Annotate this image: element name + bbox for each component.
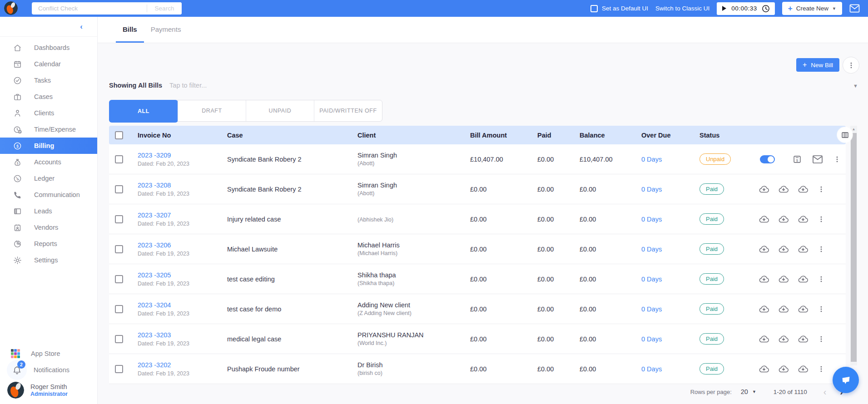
cloud-download-icon[interactable] (798, 274, 808, 285)
filter-expand-caret-icon[interactable]: ▼ (853, 83, 858, 89)
cloud-download-icon[interactable] (798, 214, 808, 225)
sidebar-item-tasks[interactable]: Tasks (0, 72, 97, 89)
user-profile[interactable]: Roger Smith Administrator (0, 378, 97, 401)
more-options-icon[interactable] (817, 245, 825, 253)
overdue-days-link[interactable]: 0 Days (641, 365, 662, 373)
app-logo-icon[interactable] (4, 1, 18, 15)
invoice-number-link[interactable]: 2023 -3203 (138, 331, 171, 339)
more-options-icon[interactable] (817, 335, 825, 343)
sidebar-item-settings[interactable]: Settings (0, 252, 97, 268)
row-checkbox[interactable] (115, 155, 123, 163)
timer-widget[interactable]: 00:00:33 (717, 2, 775, 15)
invoice-doc-icon[interactable]: $ (792, 154, 802, 164)
cloud-download-icon[interactable] (759, 274, 769, 285)
cloud-download-icon[interactable] (759, 184, 769, 195)
play-icon[interactable] (722, 5, 727, 11)
cloud-download-icon[interactable] (778, 364, 789, 374)
cloud-download-icon[interactable] (798, 304, 808, 315)
previous-page-button[interactable]: ‹ (823, 387, 827, 396)
invoice-number-link[interactable]: 2023 -3205 (138, 271, 171, 279)
cloud-download-icon[interactable] (778, 184, 789, 195)
filter-tab-all[interactable]: ALL (109, 100, 178, 123)
rows-per-page-select[interactable]: 20 ▼ (741, 388, 756, 395)
sidebar-item-vendors[interactable]: Vendors (0, 219, 97, 236)
row-checkbox[interactable] (115, 215, 123, 223)
tab-bills[interactable]: Bills (116, 17, 144, 43)
invoice-number-link[interactable]: 2023 -3208 (138, 182, 171, 189)
sidebar-item-dashboards[interactable]: Dashboards (0, 39, 97, 56)
sidebar-item-billing[interactable]: $Billing (0, 138, 97, 154)
set-default-ui-toggle[interactable]: Set as Default UI (590, 5, 648, 12)
more-options-icon[interactable] (817, 185, 825, 193)
search-button[interactable]: Search (147, 2, 182, 15)
overdue-days-link[interactable]: 0 Days (641, 276, 662, 283)
sidebar-item-notifications[interactable]: 2 Notifications (0, 362, 97, 378)
vertical-scrollbar[interactable]: ▲ (850, 126, 857, 365)
filter-tab-unpaid[interactable]: UNPAID (246, 100, 314, 121)
cloud-download-icon[interactable] (778, 244, 789, 255)
conflict-check-input[interactable] (32, 5, 147, 12)
overdue-days-link[interactable]: 0 Days (641, 216, 662, 223)
more-options-icon[interactable] (817, 305, 825, 313)
more-options-icon[interactable] (817, 365, 825, 373)
select-all-checkbox[interactable] (115, 131, 123, 139)
row-checkbox[interactable] (115, 365, 123, 373)
column-settings-button[interactable] (837, 127, 853, 143)
sidebar-item-clients[interactable]: Clients (0, 105, 97, 121)
mail-icon[interactable] (849, 4, 860, 13)
row-checkbox[interactable] (115, 185, 123, 193)
chat-widget-button[interactable] (833, 367, 859, 393)
sidebar-item-accounts[interactable]: $Accounts (0, 154, 97, 170)
set-default-ui-checkbox[interactable] (590, 5, 598, 12)
page-more-options-button[interactable] (843, 57, 859, 74)
cloud-download-icon[interactable] (778, 214, 789, 225)
cloud-download-icon[interactable] (778, 304, 789, 315)
overdue-days-link[interactable]: 0 Days (641, 305, 662, 313)
cloud-download-icon[interactable] (798, 364, 808, 374)
overdue-days-link[interactable]: 0 Days (641, 246, 662, 253)
overdue-days-link[interactable]: 0 Days (641, 186, 662, 193)
invoice-number-link[interactable]: 2023 -3207 (138, 212, 171, 219)
cloud-download-icon[interactable] (798, 334, 808, 345)
cloud-download-icon[interactable] (759, 214, 769, 225)
sidebar-item-app-store[interactable]: App Store (0, 345, 97, 362)
sidebar-item-ledger[interactable]: $Ledger (0, 170, 97, 187)
sidebar-item-cases[interactable]: Cases (0, 89, 97, 105)
cloud-download-icon[interactable] (759, 334, 769, 345)
sidebar-item-calendar[interactable]: Calendar (0, 56, 97, 72)
cloud-download-icon[interactable] (778, 274, 789, 285)
invoice-number-link[interactable]: 2023 -3204 (138, 301, 171, 309)
paid-status-toggle[interactable] (760, 155, 775, 163)
scrollbar-thumb[interactable] (851, 133, 857, 362)
cloud-download-icon[interactable] (778, 334, 789, 345)
filter-tab-paid-written-off[interactable]: PAID/WRITTEN OFF (314, 100, 382, 121)
new-bill-button[interactable]: + New Bill (796, 58, 839, 72)
cloud-download-icon[interactable] (759, 244, 769, 255)
switch-to-classic-link[interactable]: Switch to Classic UI (655, 5, 709, 12)
sidebar-item-time-expense[interactable]: $Time/Expense (0, 121, 97, 138)
tab-payments[interactable]: Payments (144, 17, 188, 43)
send-mail-icon[interactable] (812, 155, 823, 164)
cloud-download-icon[interactable] (798, 184, 808, 195)
overdue-days-link[interactable]: 0 Days (641, 156, 662, 163)
row-checkbox[interactable] (115, 245, 123, 253)
overdue-days-link[interactable]: 0 Days (641, 335, 662, 343)
invoice-number-link[interactable]: 2023 -3209 (138, 152, 171, 159)
cloud-download-icon[interactable] (759, 304, 769, 315)
row-checkbox[interactable] (115, 305, 123, 313)
invoice-number-link[interactable]: 2023 -3206 (138, 241, 171, 249)
sidebar-item-communication[interactable]: Communication (0, 187, 97, 203)
more-options-icon[interactable] (833, 155, 841, 163)
cloud-download-icon[interactable] (759, 364, 769, 374)
row-checkbox[interactable] (115, 275, 123, 283)
sidebar-item-leads[interactable]: Leads (0, 203, 97, 219)
more-options-icon[interactable] (817, 215, 825, 223)
cloud-download-icon[interactable] (798, 244, 808, 255)
invoice-number-link[interactable]: 2023 -3202 (138, 361, 171, 369)
row-checkbox[interactable] (115, 335, 123, 343)
sidebar-item-reports[interactable]: Reports (0, 236, 97, 252)
clock-icon[interactable] (762, 5, 770, 13)
tap-to-filter-input[interactable]: Tap to filter... (169, 82, 207, 89)
sidebar-collapse-icon[interactable]: ‹ (80, 23, 83, 30)
more-options-icon[interactable] (817, 275, 825, 283)
